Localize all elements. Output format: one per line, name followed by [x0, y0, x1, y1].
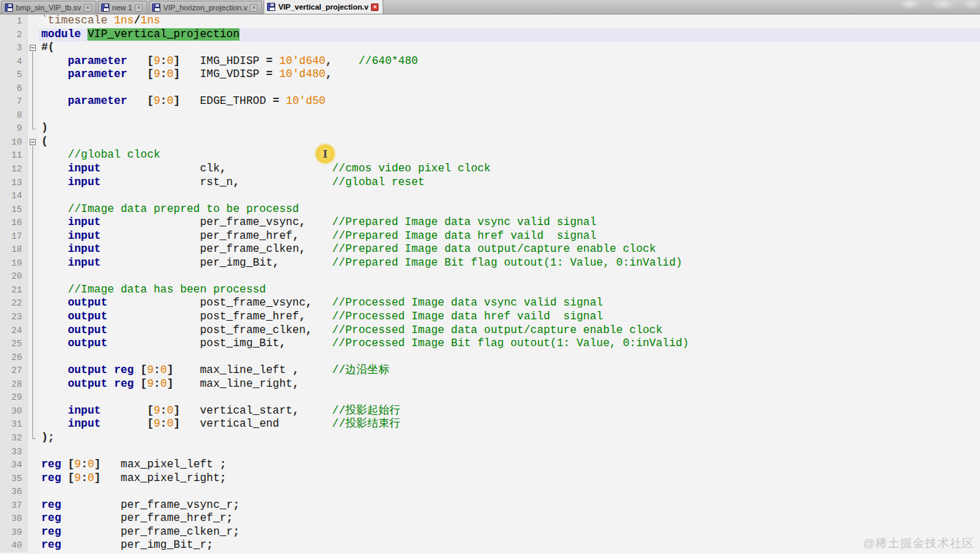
tab-close-icon[interactable]: × [84, 4, 92, 12]
code-line[interactable]: 28 output reg [9:0] max_line_right, [0, 378, 980, 392]
code-text[interactable]: #( [39, 41, 980, 55]
code-line[interactable]: 38reg per_frame_href_r; [0, 512, 980, 526]
code-line[interactable]: 20 [0, 270, 980, 284]
code-line[interactable]: 6 [0, 82, 980, 96]
code-text[interactable]: reg [9:0] max_pixel_right; [39, 472, 980, 486]
code-line[interactable]: 15 //Image data prepred to be processd [0, 203, 980, 217]
line-number: 18 [0, 243, 28, 257]
code-line[interactable]: 34reg [9:0] max_pixel_left ; [0, 458, 980, 472]
tab-close-icon[interactable]: × [250, 4, 257, 12]
code-text[interactable] [39, 270, 980, 284]
code-line[interactable]: 29 [0, 391, 980, 405]
code-line[interactable]: 35reg [9:0] max_pixel_right; [0, 472, 980, 486]
code-text[interactable]: reg per_frame_clken_r; [39, 526, 980, 540]
code-text[interactable]: output post_frame_href, //Processed Imag… [39, 310, 980, 324]
code-line[interactable]: 9) [0, 122, 980, 136]
code-text[interactable]: `timescale 1ns/1ns [39, 14, 980, 28]
code-editor[interactable]: 1`timescale 1ns/1ns2module VIP_vertical_… [0, 14, 980, 554]
code-line[interactable]: 25 output post_img_Bit, //Processed Imag… [0, 337, 980, 351]
code-line[interactable]: 17 input per_frame_href, //Prepared Imag… [0, 230, 980, 244]
code-text[interactable]: input per_frame_vsync, //Prepared Image … [39, 216, 980, 230]
code-text[interactable]: reg per_frame_href_r; [39, 512, 980, 526]
code-line[interactable]: 4 parameter [9:0] IMG_HDISP = 10'd640, /… [0, 55, 980, 69]
code-text[interactable]: ( [39, 136, 980, 149]
code-text[interactable]: output post_frame_clken, //Processed Ima… [39, 324, 980, 338]
tab-close-icon[interactable]: × [371, 3, 379, 11]
code-text[interactable]: ); [39, 432, 980, 445]
code-line[interactable]: 23 output post_frame_href, //Processed I… [0, 310, 980, 324]
code-line[interactable]: 24 output post_frame_clken, //Processed … [0, 324, 980, 338]
fold-minus-box-icon[interactable] [30, 139, 36, 145]
code-line[interactable]: 22 output post_frame_vsync, //Processed … [0, 297, 980, 310]
code-text[interactable]: input per_frame_clken, //Prepared Image … [39, 243, 980, 257]
code-text[interactable]: input rst_n, //global reset [39, 176, 980, 190]
line-number: 7 [0, 95, 28, 109]
code-text[interactable]: //Image data has been processd [39, 284, 980, 297]
tab-bmp-sin-vip-tb-sv[interactable]: bmp_sin_VIP_tb.sv× [1, 1, 96, 14]
code-line[interactable]: 21 //Image data has been processd [0, 284, 980, 297]
code-line[interactable]: 32); [0, 432, 980, 445]
code-text[interactable]: output reg [9:0] max_line_left , //边沿坐标 [39, 364, 980, 378]
code-text[interactable] [39, 82, 980, 96]
code-text[interactable]: input [9:0] vertical_end //投影结束行 [39, 418, 980, 432]
fold-margin [28, 284, 39, 297]
code-text[interactable]: //Image data prepred to be processd [39, 203, 980, 217]
code-text[interactable]: ) [39, 122, 980, 136]
code-text[interactable]: output reg [9:0] max_line_right, [39, 378, 980, 392]
code-line[interactable]: 16 input per_frame_vsync, //Prepared Ima… [0, 216, 980, 230]
code-text[interactable]: input per_img_Bit, //Prepared Image Bit … [39, 257, 980, 270]
tab-vip-horizon-projection-v[interactable]: VIP_horizon_projection.v× [149, 1, 262, 14]
code-text[interactable]: reg per_frame_vsync_r; [39, 499, 980, 513]
code-text[interactable]: parameter [9:0] IMG_HDISP = 10'd640, //6… [39, 55, 980, 69]
code-line[interactable]: 19 input per_img_Bit, //Prepared Image B… [0, 257, 980, 270]
code-text[interactable]: input per_frame_href, //Prepared Image d… [39, 230, 980, 244]
code-text[interactable]: input clk, //cmos video pixel clock [39, 162, 980, 176]
code-line[interactable]: 33 [0, 445, 980, 459]
code-text[interactable]: output post_frame_vsync, //Processed Ima… [39, 297, 980, 310]
code-line[interactable]: 3#( [0, 41, 980, 55]
code-line[interactable]: 5 parameter [9:0] IMG_VDISP = 10'd480, [0, 68, 980, 82]
code-line[interactable]: 10( [0, 136, 980, 149]
code-line[interactable]: 11 //global clock [0, 149, 980, 162]
code-line[interactable]: 14 [0, 189, 980, 203]
tab-new-1[interactable]: new 1× [98, 1, 147, 14]
code-line[interactable]: 7 parameter [9:0] EDGE_THROD = 10'd50 [0, 95, 980, 109]
code-line[interactable]: 27 output reg [9:0] max_line_left , //边沿… [0, 364, 980, 378]
code-line[interactable]: 31 input [9:0] vertical_end //投影结束行 [0, 418, 980, 432]
code-text[interactable]: reg per_img_Bit_r; [39, 539, 980, 553]
code-text[interactable]: input [9:0] vertical_start, //投影起始行 [39, 405, 980, 418]
tab-vip-vertical-projection-v[interactable]: VIP_vertical_projection.v× [264, 0, 383, 14]
code-text[interactable]: reg [9:0] max_pixel_left ; [39, 458, 980, 472]
code-text[interactable]: output post_img_Bit, //Processed Image B… [39, 337, 980, 351]
code-line[interactable]: 13 input rst_n, //global reset [0, 176, 980, 190]
code-text[interactable]: parameter [9:0] IMG_VDISP = 10'd480, [39, 68, 980, 82]
code-line[interactable]: 18 input per_frame_clken, //Prepared Ima… [0, 243, 980, 257]
fold-margin [28, 405, 39, 418]
code-line[interactable]: 40reg per_img_Bit_r; [0, 539, 980, 553]
code-text[interactable] [39, 109, 980, 122]
code-text[interactable] [39, 351, 980, 365]
code-line[interactable]: 1`timescale 1ns/1ns [0, 14, 980, 28]
code-text[interactable]: //global clock [39, 149, 980, 162]
code-text[interactable] [39, 485, 980, 499]
code-line[interactable]: 26 [0, 351, 980, 365]
code-text[interactable] [39, 445, 980, 459]
fold-collapse-marker[interactable] [28, 41, 39, 55]
fold-margin [28, 539, 39, 553]
code-text[interactable] [39, 391, 980, 405]
code-line[interactable]: 12 input clk, //cmos video pixel clock [0, 162, 980, 176]
fold-collapse-marker[interactable] [28, 136, 39, 149]
code-line[interactable]: 36 [0, 485, 980, 499]
code-line[interactable]: 30 input [9:0] vertical_start, //投影起始行 [0, 405, 980, 418]
code-text[interactable]: module VIP_vertical_projection [39, 28, 980, 42]
code-line[interactable]: 37reg per_frame_vsync_r; [0, 499, 980, 513]
code-text[interactable]: parameter [9:0] EDGE_THROD = 10'd50 [39, 95, 980, 109]
line-number: 15 [0, 203, 28, 217]
tab-close-icon[interactable]: × [135, 4, 142, 12]
fold-minus-box-icon[interactable] [30, 45, 36, 51]
code-line[interactable]: 2module VIP_vertical_projection [0, 28, 980, 42]
tab-label: bmp_sin_VIP_tb.sv [16, 3, 81, 12]
code-line[interactable]: 39reg per_frame_clken_r; [0, 526, 980, 540]
code-text[interactable] [39, 189, 980, 203]
code-line[interactable]: 8 [0, 109, 980, 122]
